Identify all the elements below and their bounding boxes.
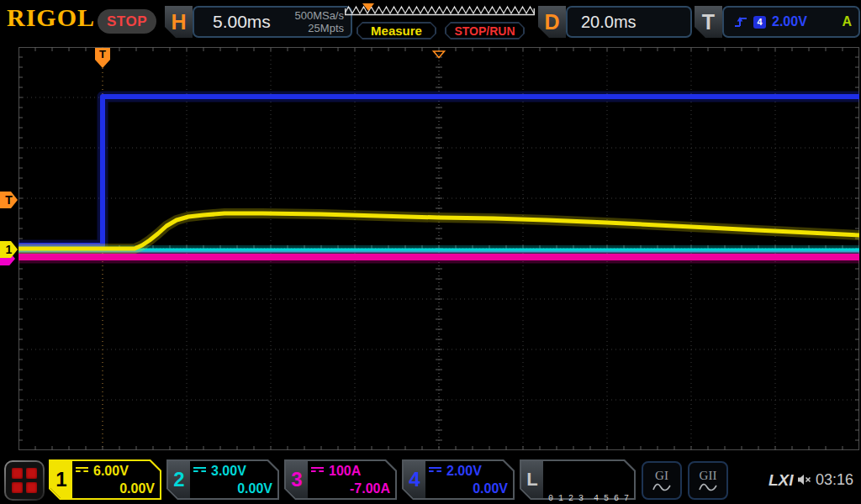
channel-offset: 0.00V <box>193 480 272 497</box>
trigger-slope-icon <box>734 16 747 29</box>
ch4-trace <box>18 97 859 245</box>
channel-offset: 0.00V <box>76 480 155 497</box>
delay-label: D <box>538 6 566 38</box>
channel-scale: 3.00V <box>211 462 246 480</box>
trigger-position-marker[interactable]: T <box>95 48 110 68</box>
clock: 03:16 <box>816 471 853 489</box>
delay-value: 20.0ms <box>581 13 637 32</box>
trigger-sweep-mode: A <box>842 14 852 29</box>
channel-offset: -7.00A <box>311 480 390 497</box>
channel-scale: 6.00V <box>93 462 129 480</box>
oscilloscope-screen: RIGOL STOP H 5.00ms 500MSa/s 25Mpts Meas… <box>0 0 861 504</box>
menu-button[interactable] <box>4 460 45 501</box>
trigger-box: 4 2.00V A <box>722 6 860 38</box>
channel-indicator-3[interactable]: 3 100A -7.00A <box>284 459 397 500</box>
delay-box: 20.0ms <box>566 6 692 38</box>
memory-depth: 25Mpts <box>294 22 344 34</box>
channel-offset: 0.00V <box>429 480 508 497</box>
logic-row1: 0 1 2 3 4 5 6 7 <box>547 492 631 504</box>
stop-run-button[interactable]: STOP/RUN <box>445 22 525 39</box>
stop-run-button-label: STOP/RUN <box>446 24 523 38</box>
gen1-label: GI <box>655 470 668 482</box>
channel1-zero-marker[interactable]: 1 <box>0 241 18 258</box>
gen1-button[interactable]: GI <box>642 461 682 500</box>
memory-center-marker <box>432 47 446 55</box>
channel-indicator-1[interactable]: 1 6.00V 0.00V <box>49 459 161 500</box>
trigger-level-marker[interactable]: T <box>0 192 18 208</box>
graticule <box>18 47 859 450</box>
channel-indicator-2[interactable]: 2 3.00V 0.00V <box>166 459 279 500</box>
channel-indicator-4[interactable]: 4 2.00V 0.00V <box>402 459 515 500</box>
red-squares-icon <box>6 462 43 499</box>
speaker-muted-icon <box>797 474 812 486</box>
trigger-label: T <box>695 6 722 38</box>
channel-scale: 100A <box>329 462 361 480</box>
lxi-label: LXI <box>769 471 794 490</box>
measure-button-label: Measure <box>358 24 435 38</box>
gen2-label: GII <box>700 470 717 482</box>
sine-wave-icon <box>699 482 717 492</box>
dc-coupling-icon <box>429 467 441 477</box>
sine-wave-icon <box>652 482 671 492</box>
measure-button[interactable]: Measure <box>357 22 436 39</box>
trigger-group: T 4 2.00V A <box>695 6 860 38</box>
timebase-value: 5.00ms <box>213 12 271 32</box>
logic-indicator[interactable]: L 0 1 2 3 4 5 6 7 8 9 1011 12131415 <box>520 459 636 500</box>
dc-coupling-icon <box>193 467 206 477</box>
run-state-badge: STOP <box>98 9 156 34</box>
horizontal-box: 5.00ms 500MSa/s 25Mpts <box>193 6 352 38</box>
trigger-source-badge: 4 <box>753 16 766 29</box>
dc-coupling-icon <box>311 467 324 477</box>
acquisition-rates: 500MSa/s 25Mpts <box>294 9 344 34</box>
memory-bar <box>345 3 535 20</box>
dc-coupling-icon <box>76 467 88 477</box>
sample-rate: 500MSa/s <box>294 9 344 22</box>
gen2-button[interactable]: GII <box>688 461 728 500</box>
channel-scale: 2.00V <box>446 462 482 480</box>
rigol-logo: RIGOL <box>7 3 95 32</box>
delay-group: D 20.0ms <box>538 6 692 38</box>
horizontal-label: H <box>165 6 193 38</box>
horizontal-group: H 5.00ms 500MSa/s 25Mpts <box>165 6 352 38</box>
trigger-level-value: 2.00V <box>772 14 807 29</box>
